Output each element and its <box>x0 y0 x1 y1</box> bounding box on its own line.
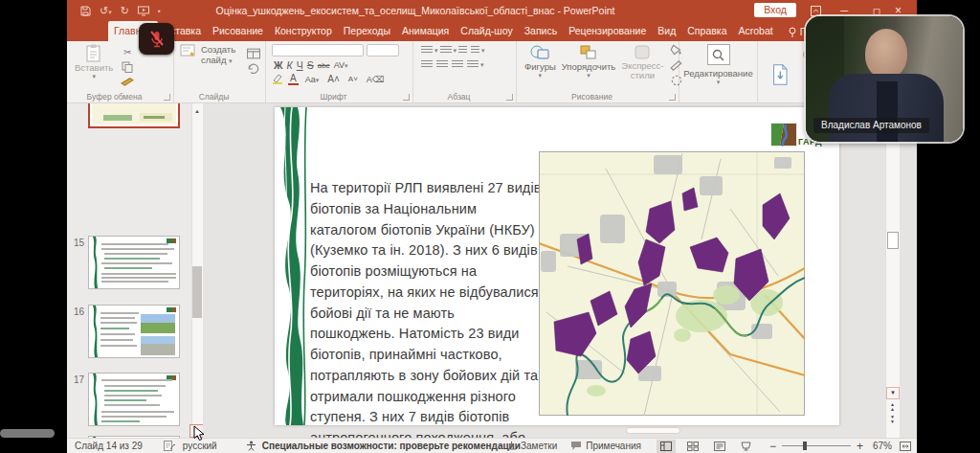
clear-formatting-button[interactable]: А⌫ <box>365 75 387 84</box>
quick-styles-button[interactable]: Экспресс-стили <box>621 44 663 86</box>
slide-sorter-view-button[interactable] <box>683 440 702 453</box>
thumbnail-scrollbar-thumb[interactable] <box>192 266 202 318</box>
character-spacing-button[interactable]: AV▾ <box>332 60 350 70</box>
underline-button[interactable]: Ч <box>295 59 305 71</box>
tab-view[interactable]: Вид <box>652 21 681 41</box>
strikethrough-button[interactable]: S <box>305 59 316 71</box>
slide-canvas[interactable]: На території РЛП виявлені 27 видів біото… <box>275 107 839 425</box>
font-name-select[interactable] <box>272 44 364 57</box>
align-center-icon[interactable] <box>436 60 448 69</box>
tab-animations[interactable]: Анимация <box>396 21 455 41</box>
slide-number-15: 15 <box>69 238 84 248</box>
tab-review[interactable]: Рецензирование <box>563 21 652 41</box>
thumbnail-slide-16[interactable] <box>88 305 180 358</box>
align-right-icon[interactable] <box>452 60 463 69</box>
horizontal-scrollbar-thumb[interactable] <box>626 427 680 434</box>
tab-record[interactable]: Запись <box>519 21 563 41</box>
shrink-font-button[interactable]: А˅ <box>346 75 360 83</box>
comments-toggle[interactable]: Примечания <box>586 441 641 451</box>
accessibility-icon <box>246 441 256 451</box>
line-spacing-icon[interactable] <box>471 46 479 55</box>
columns-icon[interactable]: ▾ <box>480 61 484 69</box>
thumbnail-photo-field <box>141 314 175 333</box>
arrange-button[interactable]: Упорядочить▾ <box>562 44 616 86</box>
vertical-scroll-down-arrow[interactable]: ▼ <box>886 387 900 399</box>
new-slide-button[interactable]: Создать слайд ▾ <box>180 44 243 75</box>
accessibility-check-button[interactable]: Специальные возможности: проверьте реком… <box>262 441 521 451</box>
slide-wave-decoration <box>275 107 311 425</box>
mute-indicator-badge[interactable] <box>139 23 174 55</box>
zoom-slider[interactable] <box>782 445 851 446</box>
zoom-in-button[interactable]: + <box>857 440 863 453</box>
language-button[interactable]: русский <box>183 441 217 451</box>
tab-help[interactable]: Справка <box>681 21 732 41</box>
font-color-button[interactable]: А <box>288 73 299 85</box>
next-slide-button[interactable]: ▼▼ <box>886 415 899 425</box>
shapes-button[interactable]: Фигуры▾ <box>524 44 556 86</box>
grow-font-button[interactable]: А˄ <box>325 74 342 84</box>
tab-slideshow[interactable]: Слайд-шоу <box>455 21 518 41</box>
group-label-drawing: Рисование <box>517 92 667 102</box>
editing-button[interactable]: Редактирование ▾ <box>679 44 757 86</box>
adobe-pdf-icon <box>771 62 790 87</box>
fit-to-window-icon[interactable] <box>900 442 911 451</box>
shapes-icon <box>529 44 550 61</box>
thumbnail-slide-14-selected[interactable] <box>88 103 180 128</box>
thumbnail-slide-15[interactable] <box>88 236 180 289</box>
spell-check-icon[interactable] <box>164 441 175 451</box>
bold-button[interactable]: Ж <box>272 59 285 71</box>
tab-acrobat[interactable]: Acrobat <box>732 21 778 41</box>
webcam-overlay[interactable]: Владислав Артамонов <box>806 16 963 142</box>
change-case-button[interactable]: Аа▾ <box>303 75 322 84</box>
group-label-paragraph: Абзац <box>413 92 504 102</box>
copy-icon[interactable] <box>121 61 134 73</box>
muted-microphone-icon <box>148 30 166 49</box>
tab-transitions[interactable]: Переходы <box>338 21 396 41</box>
notes-toggle[interactable]: Заметки <box>521 441 557 451</box>
slide-layout-icon[interactable] <box>247 48 260 59</box>
group-paragraph: ▾ ▾ ▾ ▾ Абзац <box>413 41 517 102</box>
slide-map-image[interactable] <box>539 151 805 416</box>
zoom-level[interactable]: 67% <box>873 441 892 451</box>
tab-draw[interactable]: Рисование <box>207 21 269 41</box>
slideshow-view-button[interactable] <box>737 440 756 453</box>
group-drawing: Фигуры▾ Упорядочить▾ Экспресс-стили Рисо… <box>517 41 679 102</box>
normal-view-button[interactable] <box>657 440 676 453</box>
previous-slide-button[interactable]: ▲▲ <box>886 402 899 413</box>
zoom-out-button[interactable]: − <box>769 440 776 453</box>
bullets-icon[interactable] <box>421 46 433 55</box>
group-label-slides: Слайды <box>174 92 254 102</box>
clipboard-icon <box>86 44 101 62</box>
group-slides: Создать слайд ▾ Слайды <box>174 41 266 102</box>
webcam-person-head <box>865 29 907 79</box>
cut-icon[interactable]: ✂ <box>121 46 134 57</box>
clipboard-dialog-launcher[interactable] <box>164 94 170 101</box>
ribbon-tab-row: Главная Вставка Рисование Конструктор Пе… <box>67 21 917 41</box>
tell-me-lightbulb-icon <box>789 27 796 37</box>
zoom-slider-knob[interactable] <box>803 442 807 450</box>
font-size-select[interactable] <box>367 44 399 57</box>
numbering-icon[interactable] <box>440 46 452 55</box>
paste-button[interactable]: Вставить ▾ <box>75 44 113 88</box>
drawing-dialog-launcher[interactable] <box>669 94 676 101</box>
italic-button[interactable]: К <box>285 59 295 71</box>
thumbnail-slide-17[interactable] <box>88 373 180 426</box>
paragraph-dialog-launcher[interactable] <box>506 94 513 101</box>
group-label-clipboard: Буфер обмена <box>67 92 162 102</box>
tab-design[interactable]: Конструктор <box>269 21 338 41</box>
slide-body-text[interactable]: На території РЛП виявлені 27 видів біото… <box>310 178 542 453</box>
text-shadow-button[interactable]: abc <box>316 61 332 70</box>
font-dialog-launcher[interactable] <box>403 94 410 101</box>
justify-icon[interactable] <box>467 60 479 69</box>
thumbnail-scroll-up-arrow[interactable]: ▲ <box>191 105 203 118</box>
vertical-scrollbar-thumb[interactable] <box>887 232 899 249</box>
align-left-icon[interactable] <box>421 60 433 69</box>
reset-slide-icon[interactable] <box>247 63 260 75</box>
floating-toolbar-pill[interactable] <box>0 429 55 438</box>
slide-counter[interactable]: Слайд 14 из 29 <box>75 441 143 451</box>
format-painter-icon[interactable] <box>121 77 134 88</box>
reading-view-button[interactable] <box>710 440 729 453</box>
highlight-color-icon[interactable] <box>272 74 283 84</box>
indent-icon[interactable] <box>458 46 467 55</box>
sign-in-button[interactable]: Вход <box>754 3 796 17</box>
